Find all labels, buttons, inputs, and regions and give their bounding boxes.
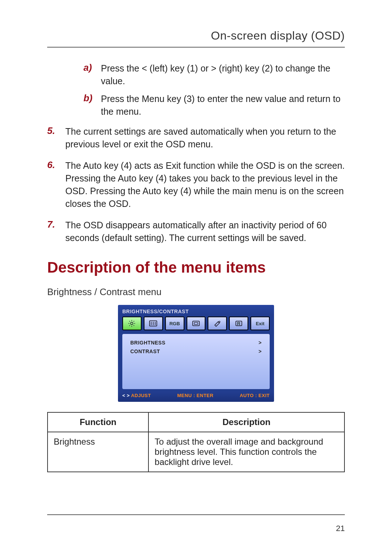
osd-tab-image[interactable] [144, 317, 163, 330]
exit-label: Exit [256, 321, 265, 326]
svg-point-15 [219, 321, 220, 323]
osd-tab-setup[interactable] [208, 317, 227, 330]
adjust-label: ADJUST [131, 393, 151, 398]
step-text: The Auto key (4) acts as Exit function w… [65, 159, 345, 210]
step-text: The current settings are saved automatic… [65, 125, 345, 151]
page-header: On-screen display (OSD) [47, 29, 345, 48]
image-adjust-icon [149, 320, 157, 327]
osd-tab-exit[interactable]: Exit [250, 317, 270, 330]
subsection-heading: Brightness / Contrast menu [47, 286, 345, 298]
svg-rect-13 [193, 321, 199, 326]
adjust-arrows-icon: < > [122, 393, 130, 398]
osd-title: BRIGHTNESS/CONTRAST [122, 309, 270, 314]
osd-screenshot: BRIGHTNESS/CONTRAST RGB [47, 305, 345, 402]
table-cell-description: To adjust the overall image and backgrou… [148, 432, 344, 472]
footer-rule [47, 514, 345, 515]
r-label: R [237, 321, 240, 326]
osd-row-brightness[interactable]: BRIGHTNESS > [130, 340, 262, 346]
osd-tab-position[interactable] [187, 317, 206, 330]
osd-footer-auto: AUTO : EXIT [240, 393, 270, 398]
chevron-right-icon: > [258, 348, 262, 354]
manual-page: On-screen display (OSD) a) Press the < (… [0, 0, 392, 555]
svg-line-7 [130, 325, 130, 326]
step-6: 6. The Auto key (4) acts as Exit functio… [47, 159, 345, 210]
brightness-sun-icon [128, 320, 135, 327]
table-cell-function: Brightness [48, 432, 148, 472]
table-header-row: Function Description [48, 412, 344, 432]
osd-footer-menu: MENU : ENTER [177, 393, 213, 398]
osd-row-label: BRIGHTNESS [130, 340, 166, 346]
step-5: 5. The current settings are saved automa… [47, 125, 345, 151]
substep-marker: a) [83, 62, 101, 73]
osd-footer-adjust: < > ADJUST [122, 393, 151, 398]
substep-text: Press the Menu key (3) to enter the new … [101, 93, 345, 118]
osd-window: BRIGHTNESS/CONTRAST RGB [118, 305, 274, 402]
step-marker: 6. [47, 159, 65, 171]
step-7: 7. The OSD disappears automatically afte… [47, 219, 345, 244]
osd-row-contrast[interactable]: CONTRAST > [130, 348, 262, 354]
svg-line-6 [134, 325, 134, 326]
svg-line-8 [134, 321, 134, 322]
svg-line-5 [130, 321, 130, 322]
svg-point-0 [131, 322, 133, 325]
substep-b: b) Press the Menu key (3) to enter the n… [83, 93, 345, 118]
chevron-right-icon: > [258, 340, 262, 346]
table-header-function: Function [48, 412, 148, 432]
osd-tab-color[interactable]: RGB [165, 317, 184, 330]
table-header-description: Description [148, 412, 344, 432]
osd-footer: < > ADJUST MENU : ENTER AUTO : EXIT [122, 389, 270, 398]
substep-text: Press the < (left) key (1) or > (right) … [101, 62, 345, 87]
table-row: Brightness To adjust the overall image a… [48, 432, 344, 472]
substep-marker: b) [83, 93, 101, 104]
osd-tab-bar: RGB R [122, 317, 270, 330]
step-text: The OSD disappears automatically after a… [65, 219, 345, 244]
page-header-title: On-screen display (OSD) [47, 29, 345, 42]
substep-list: a) Press the < (left) key (1) or > (righ… [83, 62, 345, 118]
osd-body: BRIGHTNESS > CONTRAST > [122, 334, 270, 389]
function-description-table: Function Description Brightness To adjus… [47, 412, 345, 472]
page-number: 21 [336, 524, 345, 533]
rgb-label: RGB [170, 321, 180, 326]
section-heading: Description of the menu items [47, 259, 345, 276]
step-marker: 7. [47, 219, 65, 230]
step-marker: 5. [47, 125, 65, 136]
osd-row-label: CONTRAST [130, 348, 160, 354]
setup-tools-icon [213, 320, 221, 327]
step-list: 5. The current settings are saved automa… [47, 125, 345, 244]
osd-tab-reset[interactable]: R [229, 317, 248, 330]
position-screen-icon [192, 320, 200, 327]
osd-tab-brightness[interactable] [122, 317, 142, 330]
substep-a: a) Press the < (left) key (1) or > (righ… [83, 62, 345, 87]
svg-rect-14 [194, 322, 197, 325]
